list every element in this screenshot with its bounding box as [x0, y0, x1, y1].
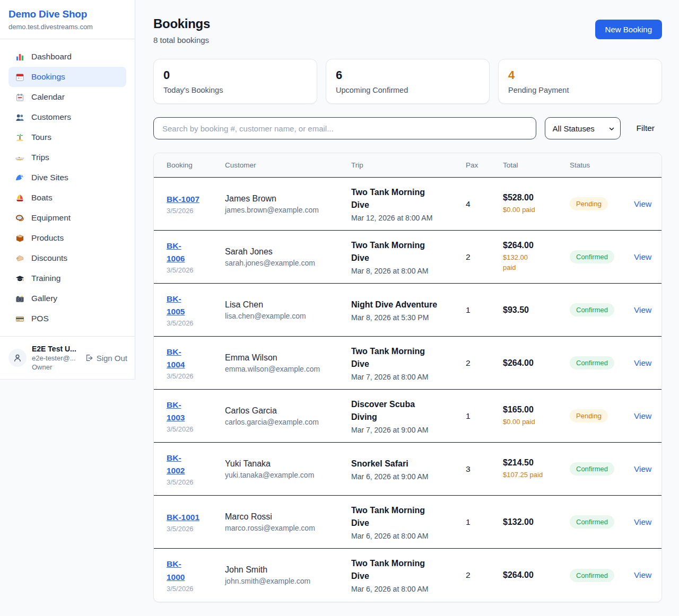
- sidebar-item-dashboard[interactable]: Dashboard: [8, 47, 126, 67]
- sidebar-nav: Dashboard Bookings Calendar Customers To…: [0, 39, 135, 334]
- sidebar-item-label: Equipment: [31, 213, 71, 223]
- total-cell: $132.00: [503, 510, 570, 534]
- sidebar-item-boats[interactable]: Boats: [8, 188, 126, 208]
- view-link[interactable]: View: [634, 411, 651, 420]
- sidebar-item-bookings[interactable]: Bookings: [8, 67, 126, 87]
- trip-cell: Two Tank Morning Dive Mar 7, 2026 at 8:0…: [351, 338, 466, 389]
- booking-id-link[interactable]: BK- 1000: [167, 559, 185, 581]
- trip-name: Two Tank Morning Dive: [351, 504, 462, 530]
- customer-email: carlos.garcia@example.com: [225, 418, 347, 426]
- trip-datetime: Mar 7, 2026 at 9:00 AM: [351, 426, 462, 434]
- tag-icon: [15, 253, 24, 263]
- booking-cell: BK- 1003 3/5/2026: [167, 391, 225, 441]
- actions-cell: View: [634, 245, 656, 269]
- view-link[interactable]: View: [634, 517, 651, 526]
- column-header-trip: Trip: [351, 153, 466, 177]
- brand-domain: demo.test.divestreams.com: [8, 23, 126, 31]
- sidebar-item-label: POS: [31, 314, 49, 323]
- sidebar-item-discounts[interactable]: Discounts: [8, 248, 126, 268]
- customer-email: marco.rossi@example.com: [225, 524, 347, 532]
- customer-cell: Carlos Garcia carlos.garcia@example.com: [225, 399, 351, 434]
- sidebar-item-equipment[interactable]: Equipment: [8, 208, 126, 228]
- amount-paid: $132.00 paid: [503, 253, 565, 273]
- customer-cell: Emma Wilson emma.wilson@example.com: [225, 346, 351, 381]
- sidebar-item-label: Bookings: [31, 72, 65, 82]
- calendar-icon: [15, 72, 24, 82]
- customer-cell: Sarah Jones sarah.jones@example.com: [225, 240, 351, 275]
- booking-date: 3/5/2026: [167, 585, 221, 593]
- sidebar-item-calendar[interactable]: Calendar: [8, 87, 126, 107]
- sign-out-label: Sign Out: [97, 354, 127, 363]
- pax-cell: 2: [466, 245, 503, 269]
- sidebar-item-dive-sites[interactable]: Dive Sites: [8, 168, 126, 188]
- wave-icon: [15, 173, 24, 182]
- customer-email: james.brown@example.com: [225, 206, 347, 214]
- search-input[interactable]: [153, 117, 536, 139]
- stats-row: 0 Today's Bookings 6 Upcoming Confirmed …: [153, 59, 662, 104]
- trip-datetime: Mar 6, 2026 at 9:00 AM: [351, 472, 462, 481]
- filter-button[interactable]: Filter: [629, 124, 662, 133]
- sidebar-item-training[interactable]: Training: [8, 268, 126, 288]
- booking-id-link[interactable]: BK- 1004: [167, 347, 185, 369]
- column-header-total: Total: [503, 153, 570, 177]
- view-link[interactable]: View: [634, 305, 651, 314]
- sidebar-item-tours[interactable]: Tours: [8, 127, 126, 147]
- customer-name: Emma Wilson: [225, 353, 347, 363]
- booking-id-link[interactable]: BK- 1002: [167, 453, 185, 475]
- new-booking-button[interactable]: New Booking: [595, 20, 662, 39]
- view-link[interactable]: View: [634, 199, 651, 208]
- total-cell: $165.00 $0.00 paid: [503, 398, 570, 435]
- user-panel: E2E Test U... e2e-tester@... Owner Sign …: [0, 336, 135, 379]
- amount-paid: $0.00 paid: [503, 205, 565, 215]
- trip-datetime: Mar 8, 2026 at 5:30 PM: [351, 313, 462, 322]
- status-cell: Confirmed: [570, 455, 634, 483]
- trip-cell: Night Dive Adventure Mar 8, 2026 at 5:30…: [351, 291, 466, 329]
- view-link[interactable]: View: [634, 358, 651, 367]
- trip-datetime: Mar 8, 2026 at 8:00 AM: [351, 267, 462, 275]
- customer-name: James Brown: [225, 194, 347, 204]
- booking-id-link[interactable]: BK- 1005: [167, 294, 185, 316]
- booking-id-link[interactable]: BK- 1006: [167, 241, 185, 263]
- table-row: BK- 1004 3/5/2026 Emma Wilson emma.wilso…: [154, 337, 661, 390]
- stat-card-upcoming-confirmed: 6 Upcoming Confirmed: [326, 59, 490, 104]
- trip-name: Two Tank Morning Dive: [351, 557, 462, 583]
- table-row: BK- 1005 3/5/2026 Lisa Chen lisa.chen@ex…: [154, 284, 661, 337]
- amount-paid: $0.00 paid: [503, 417, 565, 427]
- diving-mask-icon: [15, 213, 24, 223]
- sidebar-item-label: Trips: [31, 153, 49, 162]
- status-filter-select[interactable]: All Statuses: [545, 117, 621, 139]
- column-header-booking: Booking: [167, 153, 225, 177]
- trip-cell: Two Tank Morning Dive Mar 12, 2026 at 8:…: [351, 179, 466, 230]
- customer-cell: Lisa Chen lisa.chen@example.com: [225, 293, 351, 328]
- stat-label: Pending Payment: [508, 86, 652, 94]
- booking-id-link[interactable]: BK-1001: [167, 513, 199, 522]
- amount-paid: $107.25 paid: [503, 470, 565, 480]
- booking-id-link[interactable]: BK- 1003: [167, 400, 185, 422]
- package-icon: [15, 233, 24, 243]
- sidebar-item-trips[interactable]: Trips: [8, 147, 126, 168]
- user-info: E2E Test U... e2e-tester@... Owner: [32, 345, 76, 371]
- sidebar-item-pos[interactable]: POS: [8, 309, 126, 329]
- customer-name: Sarah Jones: [225, 247, 347, 257]
- user-email: e2e-tester@...: [32, 354, 76, 362]
- total-cell: $264.00 $132.00 paid: [503, 233, 570, 280]
- status-cell: Confirmed: [570, 561, 634, 589]
- sign-out-button[interactable]: Sign Out: [85, 354, 127, 363]
- sidebar-item-products[interactable]: Products: [8, 228, 126, 248]
- page-header: Bookings 8 total bookings New Booking: [153, 16, 662, 45]
- total-amount: $165.00: [503, 405, 565, 415]
- booking-id-link[interactable]: BK-1007: [167, 195, 199, 204]
- trip-cell: Two Tank Morning Dive Mar 8, 2026 at 8:0…: [351, 232, 466, 283]
- sidebar-item-gallery[interactable]: Gallery: [8, 288, 126, 309]
- view-link[interactable]: View: [634, 252, 651, 261]
- main-content: Bookings 8 total bookings New Booking 0 …: [136, 0, 679, 602]
- booking-cell: BK- 1006 3/5/2026: [167, 232, 225, 281]
- table-row: BK- 1002 3/5/2026 Yuki Tanaka yuki.tanak…: [154, 443, 661, 496]
- island-icon: [15, 133, 24, 142]
- page-subtitle: 8 total bookings: [153, 36, 210, 45]
- view-link[interactable]: View: [634, 570, 651, 579]
- sign-out-icon: [85, 354, 93, 362]
- view-link[interactable]: View: [634, 464, 651, 473]
- sidebar-item-customers[interactable]: Customers: [8, 107, 126, 127]
- customer-email: yuki.tanaka@example.com: [225, 471, 347, 479]
